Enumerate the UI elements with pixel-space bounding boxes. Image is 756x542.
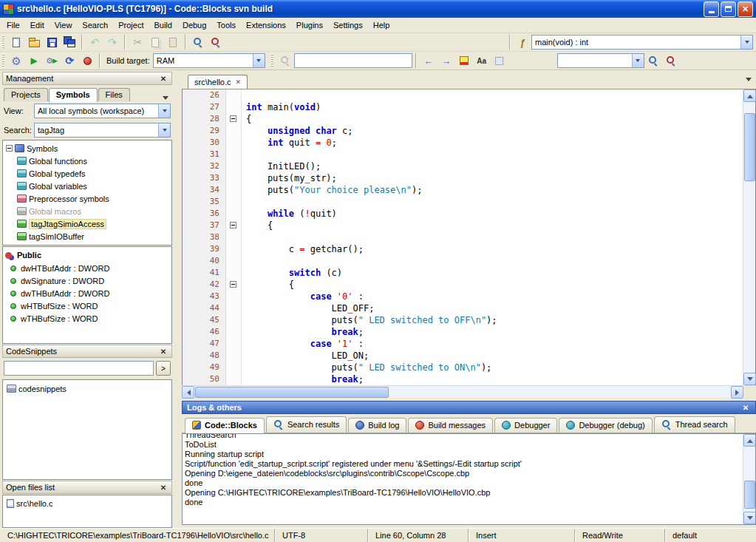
find-button[interactable] (189, 34, 207, 50)
detail-item[interactable]: wHTBufSize : WORD (3, 299, 171, 312)
goto-function-button[interactable]: ƒ (514, 34, 531, 50)
search-prev-button[interactable]: ← (420, 52, 437, 69)
menu-item-view[interactable]: View (50, 18, 78, 33)
replace-button[interactable] (207, 34, 225, 50)
detail-item[interactable]: dwHTBufAddr : DWORD (3, 262, 171, 274)
scroll-down-button[interactable] (743, 512, 756, 524)
restore-button[interactable] (721, 1, 736, 17)
editor-hscrollbar[interactable] (182, 385, 756, 398)
fold-collapse-icon[interactable] (230, 222, 236, 228)
symbols-tree-item[interactable]: Global typedefs (3, 167, 171, 180)
code-line[interactable]: 40 (183, 255, 743, 267)
chevron-down-icon[interactable] (253, 54, 265, 67)
menu-item-debug[interactable]: Debug (177, 18, 211, 33)
scroll-thumb[interactable] (195, 387, 389, 398)
code-line[interactable]: 41 switch (c) (183, 267, 743, 279)
code-line[interactable]: 47 case '1' : (183, 338, 743, 350)
chevron-down-icon[interactable] (740, 35, 752, 49)
symbols-tree-item[interactable]: Global macros (3, 205, 171, 217)
code-line[interactable]: 28{ (183, 113, 743, 125)
code-line[interactable]: 32 InitLED(); (183, 160, 743, 172)
menu-item-settings[interactable]: Settings (328, 18, 368, 33)
chevron-down-icon[interactable] (158, 123, 170, 137)
menu-item-edit[interactable]: Edit (25, 18, 50, 33)
code-line[interactable]: 29 unsigned char c; (183, 125, 743, 137)
search-next-button[interactable]: → (437, 52, 455, 69)
toolbar-gripper[interactable] (2, 54, 4, 67)
incremental-search-button[interactable] (276, 52, 294, 69)
openfiles-close-icon[interactable]: ✕ (158, 484, 168, 492)
run-button[interactable]: ▶ (25, 52, 43, 69)
cut-button[interactable]: ✂ (129, 34, 146, 50)
close-button[interactable]: ✕ (738, 1, 753, 17)
fold-collapse-icon[interactable] (230, 281, 236, 288)
logs-tab-code-blocks[interactable]: Code::Blocks (185, 418, 265, 433)
codesnippets-root-item[interactable]: codesnippets (3, 382, 171, 395)
symbol-combobox[interactable]: main(void) : int (531, 35, 753, 50)
logs-tab-build-log[interactable]: Build log (348, 418, 406, 433)
management-tab-files[interactable]: Files (98, 88, 130, 101)
tree-collapse-icon[interactable] (6, 145, 13, 152)
scroll-thumb[interactable] (744, 113, 755, 181)
code-line[interactable]: 48 LED_ON; (183, 350, 743, 362)
logs-caption[interactable]: Logs & others ✕ (182, 401, 756, 414)
code-line[interactable]: 49 puts(" LED switched to ON\n"); (183, 362, 743, 373)
find-combobox[interactable] (557, 53, 644, 68)
logs-tab-search-results[interactable]: Search results (266, 416, 347, 433)
detail-item[interactable]: dwSignature : DWORD (3, 274, 171, 287)
code-line[interactable]: 34 puts("Your choice please\n"); (183, 184, 743, 196)
open-file-item[interactable]: src\hello.c (3, 497, 171, 509)
management-tab-projects[interactable]: Projects (4, 88, 48, 101)
menu-item-build[interactable]: Build (149, 18, 177, 33)
code-line[interactable]: 33 puts(my_str); (183, 172, 743, 184)
titlebar[interactable]: src\hello.c [HelloVIO-PLS (TC1796)] - Co… (0, 0, 756, 18)
menu-item-project[interactable]: Project (113, 18, 149, 33)
chevron-down-icon[interactable] (632, 54, 644, 67)
undo-button[interactable]: ↶ (86, 34, 103, 50)
menu-item-file[interactable]: File (1, 18, 25, 33)
code-line[interactable]: 31 (183, 149, 743, 160)
codesnippets-search-button[interactable]: > (156, 361, 171, 376)
code-line[interactable]: 43 case '0' : (183, 291, 743, 302)
fold-collapse-icon[interactable] (230, 115, 236, 122)
management-caption[interactable]: Management ✕ (2, 72, 172, 85)
compile-button[interactable]: ⚙ (7, 52, 25, 69)
menu-item-tools[interactable]: Tools (211, 18, 241, 33)
openfiles-caption[interactable]: Open files list ✕ (2, 481, 172, 494)
logs-tab-thread-search[interactable]: Thread search (654, 416, 735, 433)
code-line[interactable]: 27int main(void) (183, 101, 743, 113)
tab-close-icon[interactable]: ✕ (236, 78, 242, 86)
logs-vscrollbar[interactable] (743, 434, 755, 524)
code-line[interactable]: 50 break; (183, 373, 743, 385)
symbols-tree-item[interactable]: Global variables (3, 180, 171, 192)
symbols-tree-item[interactable]: tagJtagSimioAccess (3, 217, 171, 230)
match-case-button[interactable]: Aa (473, 52, 491, 69)
build-and-run-button[interactable]: ⚙▶ (43, 52, 61, 69)
toolbar-gripper[interactable] (271, 54, 273, 67)
log-output[interactable]: ThreadSearchToDoListRunning startup scri… (183, 434, 743, 524)
code-line[interactable]: 44 LED_OFF; (183, 302, 743, 314)
view-combobox[interactable]: All local symbols (workspace) (34, 104, 171, 118)
management-tab-symbols[interactable]: Symbols (49, 88, 98, 102)
code-line[interactable]: 42 { (183, 279, 743, 291)
highlight-occurrences-button[interactable] (455, 52, 473, 69)
code-line[interactable]: 30 int quit = 0; (183, 137, 743, 149)
toolbar-gripper[interactable] (2, 35, 4, 49)
codesnippets-caption[interactable]: CodeSnippets ✕ (2, 345, 172, 358)
code-line[interactable]: 46 break; (183, 326, 743, 338)
management-close-icon[interactable]: ✕ (158, 75, 168, 83)
save-all-button[interactable] (61, 34, 78, 50)
save-button[interactable] (43, 34, 61, 50)
scroll-thumb[interactable] (744, 481, 755, 509)
code-line[interactable]: 35 (183, 196, 743, 208)
scroll-down-button[interactable] (743, 373, 756, 385)
incremental-search-input[interactable] (294, 53, 412, 68)
symbols-tree-item[interactable]: tagSimIOBuffer (3, 230, 171, 243)
minimize-button[interactable] (704, 1, 719, 17)
editor-vscrollbar[interactable] (743, 89, 755, 385)
menu-item-extensions[interactable]: Extensions (241, 18, 291, 33)
symbols-tree-item[interactable]: Symbols (3, 142, 171, 155)
tab-overflow-icon[interactable] (163, 96, 168, 103)
abort-button[interactable] (78, 52, 96, 69)
paste-button[interactable] (164, 34, 182, 50)
